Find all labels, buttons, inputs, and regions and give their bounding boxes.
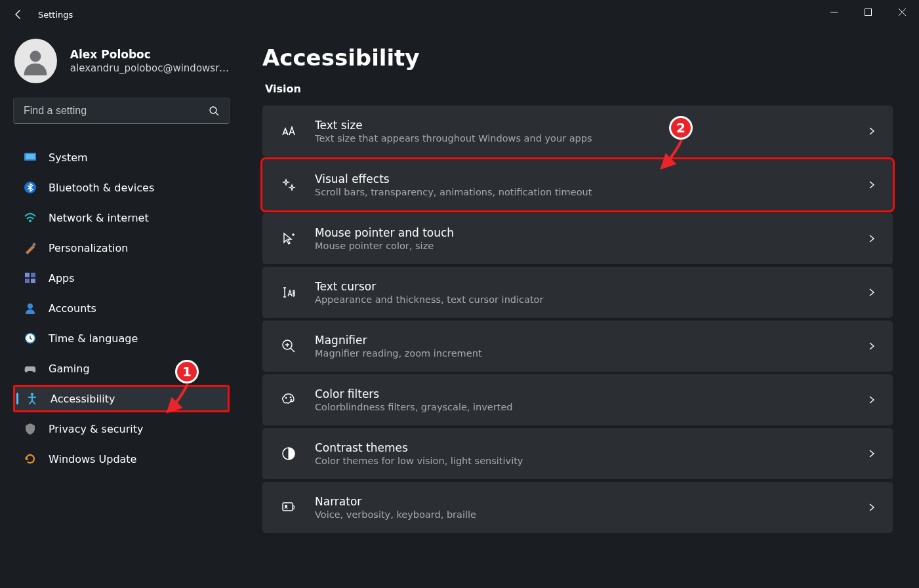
nav-label: Time & language <box>49 332 138 345</box>
svg-rect-4 <box>26 154 35 159</box>
setting-text: Magnifier Magnifier reading, zoom increm… <box>315 334 867 359</box>
narrator-icon <box>278 500 299 515</box>
setting-title: Text cursor <box>315 280 867 293</box>
system-icon <box>24 151 37 164</box>
setting-color-filters[interactable]: Color filters Colorblindness filters, gr… <box>262 374 893 425</box>
bluetooth-icon <box>24 181 37 194</box>
setting-title: Contrast themes <box>315 441 867 454</box>
annotation-badge-1: 1 <box>175 360 199 383</box>
setting-desc: Magnifier reading, zoom increment <box>315 348 867 359</box>
user-name: Alex Poloboc <box>70 48 230 61</box>
nav-label: Personalization <box>49 242 128 254</box>
gaming-icon <box>24 362 37 375</box>
setting-text: Contrast themes Color themes for low vis… <box>315 441 867 466</box>
avatar-icon <box>21 47 50 75</box>
nav-label: Privacy & security <box>49 423 143 435</box>
accounts-icon <box>24 302 37 315</box>
svg-point-17 <box>285 397 287 399</box>
setting-contrast-themes[interactable]: Contrast themes Color themes for low vis… <box>262 428 893 479</box>
setting-desc: Scroll bars, transparency, animations, n… <box>315 187 867 197</box>
close-button[interactable] <box>885 0 919 24</box>
nav-item-accessibility[interactable]: Accessibility <box>13 385 230 412</box>
privacy-icon <box>24 422 37 435</box>
nav-item-update[interactable]: Windows Update <box>13 445 230 473</box>
magnifier-icon <box>278 338 299 354</box>
search-box[interactable] <box>13 98 230 124</box>
setting-text: Text cursor Appearance and thickness, te… <box>315 280 867 305</box>
setting-title: Text size <box>315 119 867 132</box>
svg-point-2 <box>210 107 216 113</box>
nav-item-apps[interactable]: Apps <box>13 264 230 292</box>
nav-item-accounts[interactable]: Accounts <box>13 294 230 322</box>
svg-rect-8 <box>25 273 30 277</box>
window-controls <box>817 0 919 24</box>
nav-label: Accessibility <box>51 393 115 405</box>
setting-title: Color filters <box>315 387 867 401</box>
back-button[interactable] <box>13 9 24 20</box>
user-info: Alex Poloboc alexandru_poloboc@windowsre… <box>70 48 230 74</box>
text-cursor-icon <box>278 284 299 300</box>
nav: System Bluetooth & devices Network & int… <box>13 144 230 473</box>
section-label: Vision <box>265 83 893 95</box>
time-icon <box>24 332 37 345</box>
nav-item-network[interactable]: Network & internet <box>13 204 230 231</box>
setting-desc: Voice, verbosity, keyboard, braille <box>315 509 867 520</box>
svg-rect-9 <box>31 273 35 277</box>
setting-text-cursor[interactable]: Text cursor Appearance and thickness, te… <box>262 267 893 318</box>
apps-icon <box>24 271 37 284</box>
svg-rect-10 <box>25 279 30 283</box>
chevron-right-icon <box>867 287 877 298</box>
svg-point-22 <box>285 505 287 507</box>
setting-narrator[interactable]: Narrator Voice, verbosity, keyboard, bra… <box>262 482 893 533</box>
user-email: alexandru_poloboc@windowsreport... <box>70 62 230 74</box>
chevron-right-icon <box>867 395 877 405</box>
setting-text-size[interactable]: Text size Text size that appears through… <box>262 106 893 157</box>
search-input[interactable] <box>24 105 209 117</box>
setting-desc: Mouse pointer color, size <box>315 241 867 251</box>
svg-rect-11 <box>31 279 35 283</box>
setting-text: Narrator Voice, verbosity, keyboard, bra… <box>315 495 867 520</box>
setting-text: Visual effects Scroll bars, transparency… <box>315 172 867 197</box>
mouse-pointer-icon <box>278 231 299 246</box>
search-icon <box>209 106 219 116</box>
annotation-badge-2: 2 <box>669 116 693 140</box>
titlebar: Settings <box>0 0 919 29</box>
setting-title: Narrator <box>315 495 867 508</box>
nav-label: Network & internet <box>49 212 149 224</box>
color-filters-icon <box>278 392 299 408</box>
nav-item-personalization[interactable]: Personalization <box>13 234 230 262</box>
svg-rect-21 <box>283 503 293 511</box>
nav-item-system[interactable]: System <box>13 144 230 171</box>
setting-mouse-pointer[interactable]: Mouse pointer and touch Mouse pointer co… <box>262 213 893 264</box>
nav-label: Windows Update <box>49 453 136 465</box>
setting-desc: Colorblindness filters, grayscale, inver… <box>315 402 867 412</box>
svg-point-12 <box>28 304 33 309</box>
svg-point-1 <box>30 51 41 62</box>
nav-label: Accounts <box>49 302 96 315</box>
minimize-button[interactable] <box>817 0 851 24</box>
nav-item-privacy[interactable]: Privacy & security <box>13 415 230 442</box>
nav-item-time[interactable]: Time & language <box>13 324 230 352</box>
setting-visual-effects[interactable]: Visual effects Scroll bars, transparency… <box>262 159 893 210</box>
svg-point-19 <box>291 399 292 401</box>
page-title: Accessibility <box>262 45 893 71</box>
accessibility-icon <box>26 392 39 405</box>
nav-label: System <box>49 151 88 164</box>
nav-label: Bluetooth & devices <box>49 182 154 194</box>
maximize-button[interactable] <box>851 0 885 24</box>
network-icon <box>24 211 37 224</box>
personalization-icon <box>24 241 37 254</box>
user-block[interactable]: Alex Poloboc alexandru_poloboc@windowsre… <box>13 39 230 83</box>
sidebar: Alex Poloboc alexandru_poloboc@windowsre… <box>0 29 243 588</box>
setting-desc: Color themes for low vision, light sensi… <box>315 456 867 466</box>
setting-text: Mouse pointer and touch Mouse pointer co… <box>315 226 867 251</box>
svg-point-6 <box>29 220 31 222</box>
setting-text: Color filters Colorblindness filters, gr… <box>315 387 867 412</box>
nav-item-bluetooth[interactable]: Bluetooth & devices <box>13 174 230 201</box>
update-icon <box>24 452 37 465</box>
settings-list: Text size Text size that appears through… <box>262 106 893 533</box>
chevron-right-icon <box>867 448 877 459</box>
setting-magnifier[interactable]: Magnifier Magnifier reading, zoom increm… <box>262 321 893 372</box>
setting-text: Text size Text size that appears through… <box>315 119 867 144</box>
main-content: Accessibility Vision Text size Text size… <box>243 29 919 588</box>
